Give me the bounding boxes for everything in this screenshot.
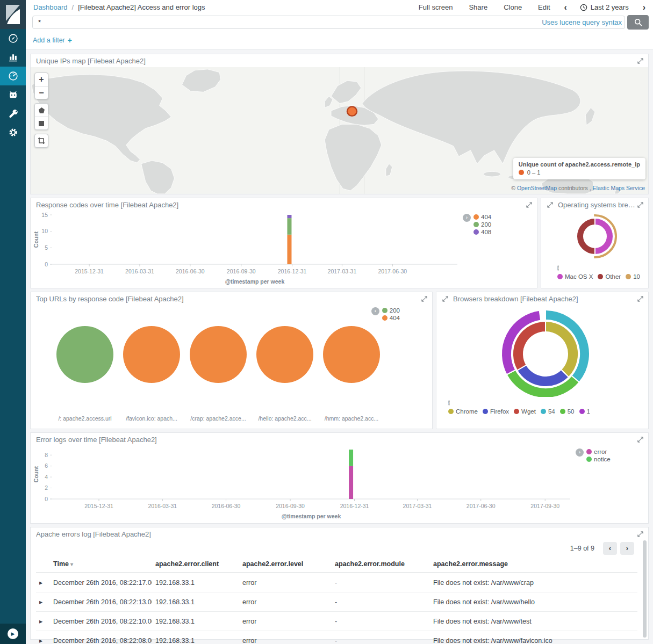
bar-segment-error[interactable] [349,466,353,499]
legend-label: 10 [633,273,640,280]
legend-item[interactable]: 200 [473,221,491,228]
sidebar-item-timelion[interactable] [0,85,26,104]
world-map[interactable]: + − [31,67,648,194]
donut-segment-Other[interactable] [576,218,594,255]
bar-segment-408[interactable] [287,215,291,218]
legend-item[interactable]: 10 [626,273,640,280]
pie-slice-404[interactable] [123,326,180,383]
time-back-button[interactable]: ‹ [564,3,567,12]
response-codes-chart[interactable]: 0510152015-12-312016-03-312016-06-302016… [33,211,463,288]
panel-apache-errors-log: Apache errors log [Filebeat Apache2] 1–9… [30,527,649,640]
rectangle-draw-icon[interactable] [35,117,48,129]
expand-panel-icon[interactable] [526,201,533,211]
legend-item[interactable]: 50 [560,408,575,415]
legend-toggle-icon[interactable]: › [463,214,471,222]
map-controls: + − [34,73,48,151]
share-button[interactable]: Share [469,3,487,11]
legend-item[interactable]: Other [598,273,621,280]
cell-client: 192.168.33.1 [152,573,239,592]
sidebar-item-dev-tools[interactable] [0,104,26,123]
expand-panel-icon[interactable] [637,530,644,540]
fit-bounds-icon[interactable] [35,134,48,147]
legend-item[interactable]: 54 [541,408,555,415]
full-screen-button[interactable]: Full screen [419,3,453,11]
panel-title: Browsers breakdown [Filebeat Apache2] [453,295,578,303]
breadcrumb-dashboard-link[interactable]: Dashboard [33,3,68,11]
kibana-logo[interactable] [0,0,26,29]
bar-segment-notice[interactable] [349,450,353,466]
map-zoom-in-button[interactable]: + [35,73,48,86]
row-expand-caret[interactable]: ▸ [36,573,50,592]
lucene-syntax-link[interactable]: Uses lucene query syntax [542,18,622,26]
polygon-draw-icon[interactable] [35,104,48,117]
legend-item[interactable]: error [586,448,611,455]
search-button[interactable] [627,15,649,30]
sidebar-item-discover[interactable] [0,29,26,48]
pie-slice-404[interactable] [256,326,313,383]
column-header-apache2.error.module[interactable]: apache2.error.module [332,556,430,573]
legend-item[interactable]: 408 [473,229,491,235]
table-row: ▸December 26th 2016, 08:22:08.000192.168… [36,631,637,644]
ems-link[interactable]: Elastic Maps Service [593,185,645,191]
column-header-apache2.error.message[interactable]: apache2.error.message [430,556,637,573]
legend-item[interactable]: Wget [514,408,536,415]
legend-item[interactable]: Firefox [483,408,509,415]
timepicker-button[interactable]: Last 2 years [580,3,629,11]
sidebar-item-dashboard[interactable] [0,67,26,85]
sidebar-item-visualize[interactable] [0,48,26,67]
osm-link[interactable]: OpenStreetMap [517,185,557,191]
legend-toggle-icon[interactable]: › [576,448,584,457]
search-input[interactable] [32,16,625,29]
legend-item[interactable]: 404 [382,315,400,321]
edit-button[interactable]: Edit [538,3,550,11]
row-expand-caret[interactable]: ▸ [36,612,50,631]
cell-message: File does not exist: /var/www/hello [430,592,637,612]
column-header-apache2.error.level[interactable]: apache2.error.level [239,556,332,573]
legend-toggle-icon[interactable]: › [448,400,450,406]
add-filter-button[interactable]: Add a filter [33,37,65,44]
legend-item[interactable]: 404 [473,214,491,220]
expand-panel-icon[interactable] [637,295,644,305]
cell-module: - [332,612,430,631]
pagination-prev-button[interactable]: ‹ [603,542,617,555]
browsers-donut[interactable] [440,305,644,397]
map-zoom-out-button[interactable]: − [35,86,48,99]
legend-item[interactable]: Chrome [448,408,478,415]
map-marker[interactable] [347,106,357,115]
bar-segment-404[interactable] [287,235,291,264]
error-logs-chart[interactable]: 024682015-12-312016-03-312016-06-302016-… [33,445,576,523]
clone-button[interactable]: Clone [504,3,522,11]
top-navigation-bar: Dashboard / [Filebeat Apache2] Access an… [26,0,653,15]
column-header-time[interactable]: Time▾ [50,556,152,573]
expand-panel-icon[interactable] [442,295,449,305]
pagination-next-button[interactable]: › [620,542,634,555]
legend-item[interactable]: Mac OS X [557,273,593,280]
expand-panel-icon[interactable] [637,436,644,445]
time-forward-button[interactable]: › [643,3,645,12]
expand-panel-icon[interactable] [637,201,644,211]
legend-toggle-icon[interactable]: › [557,265,559,271]
row-expand-caret[interactable]: ▸ [36,592,50,612]
os-breakdown-donut[interactable] [547,211,643,262]
legend-item[interactable]: 200 [382,307,400,314]
plus-icon: + [68,36,72,45]
url-pie: /crap: apache2.acce... [190,326,247,422]
expand-panel-icon[interactable] [421,295,428,305]
column-header-apache2.error.client[interactable]: apache2.error.client [152,556,239,573]
sidebar-collapse[interactable]: ▶ [0,624,26,644]
legend-item[interactable]: 1 [579,408,590,415]
pie-slice-404[interactable] [323,326,380,383]
bar-segment-200[interactable] [287,218,291,235]
legend-item[interactable]: notice [586,456,611,462]
pie-slice-200[interactable] [56,326,113,383]
row-expand-caret[interactable]: ▸ [36,631,50,644]
sidebar-item-management[interactable] [0,123,26,142]
legend-toggle-icon[interactable]: › [371,307,379,315]
pie-slice-404[interactable] [190,326,247,383]
expand-panel-icon[interactable] [637,57,644,67]
panel-top-urls: Top URLs by response code [Filebeat Apac… [30,292,433,429]
table-scrollbar[interactable] [643,540,647,638]
legend-dot [557,274,563,279]
kibana-logo-icon [4,4,22,25]
expand-panel-icon[interactable] [547,201,554,211]
